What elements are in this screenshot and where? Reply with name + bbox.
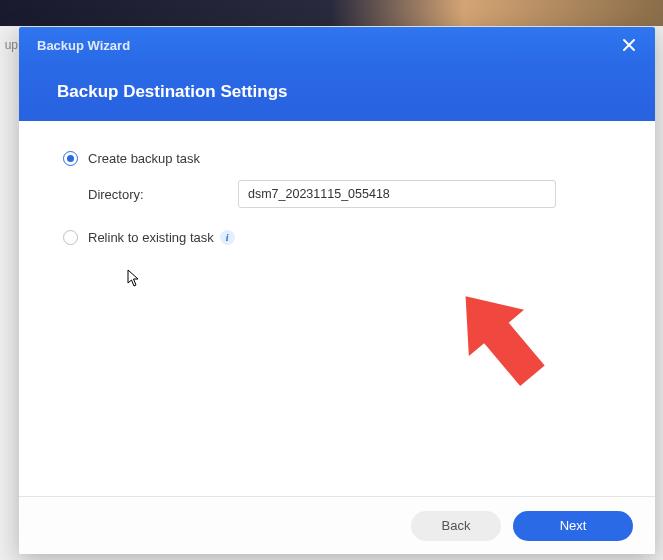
- cursor-icon: [127, 269, 143, 291]
- close-button[interactable]: [621, 37, 637, 53]
- modal-title: Backup Wizard: [37, 38, 130, 53]
- radio-relink-task[interactable]: [63, 230, 78, 245]
- radio-create-task[interactable]: [63, 151, 78, 166]
- option-create-task[interactable]: Create backup task: [63, 151, 611, 166]
- modal-subtitle-bar: Backup Destination Settings: [19, 63, 655, 121]
- backup-wizard-modal: Backup Wizard Backup Destination Setting…: [19, 27, 655, 554]
- back-button[interactable]: Back: [411, 511, 501, 541]
- directory-field-row: Directory:: [88, 180, 611, 208]
- modal-titlebar: Backup Wizard: [19, 27, 655, 63]
- desktop-backdrop: [0, 0, 663, 26]
- directory-input[interactable]: [238, 180, 556, 208]
- option-relink-task-label: Relink to existing task: [88, 230, 214, 245]
- close-icon: [622, 38, 636, 52]
- directory-label: Directory:: [88, 187, 238, 202]
- modal-footer: Back Next: [19, 496, 655, 554]
- next-button[interactable]: Next: [513, 511, 633, 541]
- callout-arrow: [439, 276, 579, 420]
- modal-subtitle: Backup Destination Settings: [57, 82, 287, 102]
- modal-body: Create backup task Directory: Relink to …: [19, 121, 655, 496]
- option-relink-task[interactable]: Relink to existing task i: [63, 230, 611, 245]
- partial-label: up: [0, 38, 18, 52]
- option-create-task-label: Create backup task: [88, 151, 200, 166]
- info-icon[interactable]: i: [220, 230, 235, 245]
